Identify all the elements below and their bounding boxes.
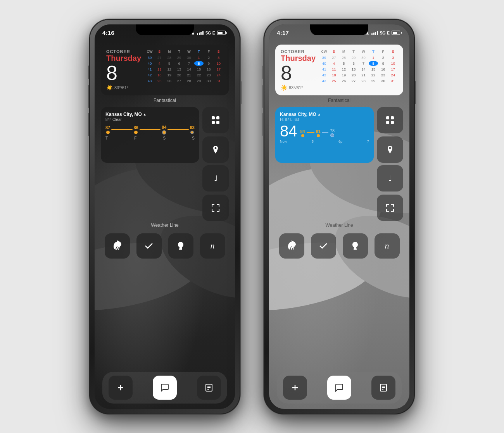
cal-row-41b: 41 11 12 13 14 15 16 17 bbox=[319, 67, 398, 72]
fantastical-label-2: Fantastical bbox=[275, 98, 403, 103]
cal-header-cw: CW bbox=[145, 49, 154, 54]
mini-forecast-2: 84 81 78 bbox=[300, 128, 335, 137]
svg-rect-20 bbox=[386, 121, 389, 124]
weather-temp-2: 83°/61° bbox=[289, 85, 303, 90]
notch-2 bbox=[310, 24, 368, 35]
cal-month-2: OCTOBER bbox=[281, 49, 316, 54]
power-button-1 bbox=[240, 81, 242, 104]
cal-row-39: 39 27 28 29 30 1 2 3 bbox=[145, 55, 223, 60]
notch-1 bbox=[136, 24, 194, 35]
app-grid-1: n bbox=[101, 233, 229, 259]
cal-header-t2: T bbox=[194, 49, 204, 54]
maps-icon-btn-1[interactable] bbox=[202, 136, 229, 163]
cal-row-43b: 43 25 26 27 28 29 30 31 bbox=[319, 78, 398, 83]
dock-2 bbox=[269, 372, 409, 404]
cal-header-f: F bbox=[204, 49, 213, 54]
music-icon-btn-1[interactable]: ♩ bbox=[202, 165, 229, 191]
svg-rect-7 bbox=[216, 121, 219, 124]
battery-2 bbox=[392, 31, 402, 35]
cal-day-number-2: 8 bbox=[281, 63, 316, 83]
app-notchify-2[interactable]: n bbox=[375, 233, 400, 259]
dock-chat-2[interactable] bbox=[327, 376, 351, 400]
dock-notes-1[interactable] bbox=[197, 376, 221, 400]
fantastical-label-1: Fantastical bbox=[101, 98, 229, 103]
cal-grid-2: CW S M T W T F S 39 27 28 29 bbox=[319, 49, 398, 91]
cal-row-39b: 39 27 28 29 30 1 2 3 bbox=[319, 55, 398, 60]
dock-plus-1[interactable] bbox=[109, 376, 133, 400]
cal-left-2: OCTOBER Thursday 8 ☀️ 83°/61° bbox=[281, 49, 316, 91]
sun-icon-1: ☀️ bbox=[106, 85, 113, 91]
calendar-widget-2[interactable]: OCTOBER Thursday 8 ☀️ 83°/61° CW S M T W bbox=[275, 45, 403, 95]
cal-header-m: M bbox=[164, 49, 174, 54]
spacer-2 bbox=[275, 165, 374, 221]
icon-btn-col-1 bbox=[202, 107, 229, 163]
temp-row-2: 84 84 81 bbox=[280, 123, 369, 139]
weather-widget-blue-2[interactable]: Kansas City, MO ▲ H: 87 L: 63 84 84 bbox=[275, 107, 374, 163]
app-check-2[interactable] bbox=[311, 233, 336, 259]
maps-icon-btn-2[interactable] bbox=[377, 136, 403, 163]
weather-times-1: TFSS bbox=[105, 136, 195, 140]
cal-header-row-2: CW S M T W T F S bbox=[319, 49, 398, 54]
phone-screen-2: 4:17 ▲ 5G E OCTOBER Thursday bbox=[269, 24, 409, 409]
app-notchify-1[interactable]: n bbox=[200, 233, 225, 259]
svg-rect-19 bbox=[391, 116, 394, 119]
svg-rect-5 bbox=[216, 116, 219, 119]
volume-up-2 bbox=[262, 85, 264, 108]
music-icon-btn-2[interactable]: ♩ bbox=[377, 165, 403, 191]
cal-row-40: 40 4 5 6 7 8 9 10 bbox=[145, 61, 223, 66]
dock-inner-1 bbox=[102, 372, 227, 404]
weatherline-label-2: Weather Line bbox=[275, 223, 403, 228]
power-button-2 bbox=[415, 81, 416, 104]
sun-icon-2: ☀️ bbox=[281, 85, 287, 91]
screen-content-1: OCTOBER Thursday 8 ☀️ 83°/61° CW S M T W bbox=[95, 41, 235, 409]
cal-row-41: 41 11 12 13 14 15 16 17 bbox=[145, 67, 223, 72]
weather-subtitle-2: H: 87 L: 63 bbox=[280, 117, 369, 122]
dock-1 bbox=[95, 372, 235, 404]
dock-chat-1[interactable] bbox=[153, 376, 177, 400]
app-leaf-2[interactable] bbox=[279, 233, 304, 259]
volume-up-1 bbox=[88, 85, 89, 108]
battery-1 bbox=[217, 31, 227, 35]
second-icon-row-2: ♩ bbox=[275, 165, 403, 221]
svg-rect-21 bbox=[391, 121, 394, 124]
weather-condition-1: 84° Clear bbox=[105, 117, 195, 122]
cal-grid-1: CW S M T W T F S 39 27 28 29 bbox=[145, 49, 223, 91]
weather-city-1: Kansas City, MO ▲ bbox=[105, 112, 195, 117]
app-seed-2[interactable] bbox=[343, 233, 368, 259]
dock-notes-2[interactable] bbox=[371, 376, 395, 400]
volume-down-1 bbox=[88, 113, 89, 136]
weatherline-label-1: Weather Line bbox=[101, 223, 229, 228]
icon-btn-col-2 bbox=[377, 107, 403, 163]
calendar-widget-1[interactable]: OCTOBER Thursday 8 ☀️ 83°/61° CW S M T W bbox=[101, 45, 229, 95]
app-grid-2: n bbox=[275, 233, 403, 259]
status-time-2: 4:17 bbox=[277, 29, 289, 36]
cal-weather-1: ☀️ 83°/61° bbox=[106, 85, 141, 91]
cal-month-1: OCTOBER bbox=[106, 49, 141, 54]
app-check-1[interactable] bbox=[136, 233, 162, 259]
dock-inner-2 bbox=[277, 372, 402, 404]
mute-button-2 bbox=[262, 66, 264, 79]
screen-icon-btn-1[interactable] bbox=[202, 195, 229, 221]
weather-row-1: Kansas City, MO ▲ 84° Clear 87 86 bbox=[101, 107, 229, 163]
cal-header-w: W bbox=[184, 49, 193, 54]
cal-day-number-1: 8 bbox=[106, 63, 141, 83]
phone-screen-1: 4:16 ▲ 5G E OCTOBER Thursday bbox=[95, 24, 235, 409]
app-seed-1[interactable] bbox=[168, 233, 193, 259]
signal-bars-2 bbox=[371, 31, 378, 35]
cal-row-43: 43 25 26 27 28 29 30 31 bbox=[145, 78, 223, 83]
screen-icon-btn-2[interactable] bbox=[377, 195, 403, 221]
weather-widget-1[interactable]: Kansas City, MO ▲ 84° Clear 87 86 bbox=[101, 107, 199, 163]
screen-content-2: OCTOBER Thursday 8 ☀️ 83°/61° CW S M T W bbox=[269, 41, 409, 409]
phone-2: 4:17 ▲ 5G E OCTOBER Thursday bbox=[264, 19, 415, 414]
spacer-1 bbox=[101, 165, 199, 221]
apps-icon-btn-1[interactable] bbox=[202, 107, 229, 133]
app-leaf-1[interactable] bbox=[105, 233, 130, 259]
phone-1: 4:16 ▲ 5G E OCTOBER Thursday bbox=[89, 19, 240, 414]
apps-icon-btn-2[interactable] bbox=[377, 107, 403, 133]
arrow-icon-2: ▲ bbox=[318, 112, 321, 116]
status-right-1: ▲ 5G E bbox=[191, 31, 227, 35]
svg-rect-4 bbox=[212, 116, 215, 119]
cal-header-s: S bbox=[155, 49, 164, 54]
cal-row-40b: 40 4 5 6 7 8 9 10 bbox=[319, 61, 398, 66]
dock-plus-2[interactable] bbox=[283, 376, 307, 400]
